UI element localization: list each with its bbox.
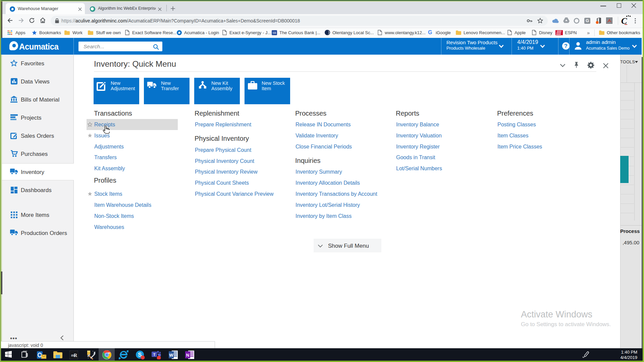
svg-text:SB: SB — [272, 31, 276, 35]
svg-text:R: R — [74, 353, 77, 358]
svg-text:N: N — [186, 353, 189, 358]
svg-text:T: T — [153, 353, 156, 357]
svg-text:W: W — [169, 353, 173, 358]
